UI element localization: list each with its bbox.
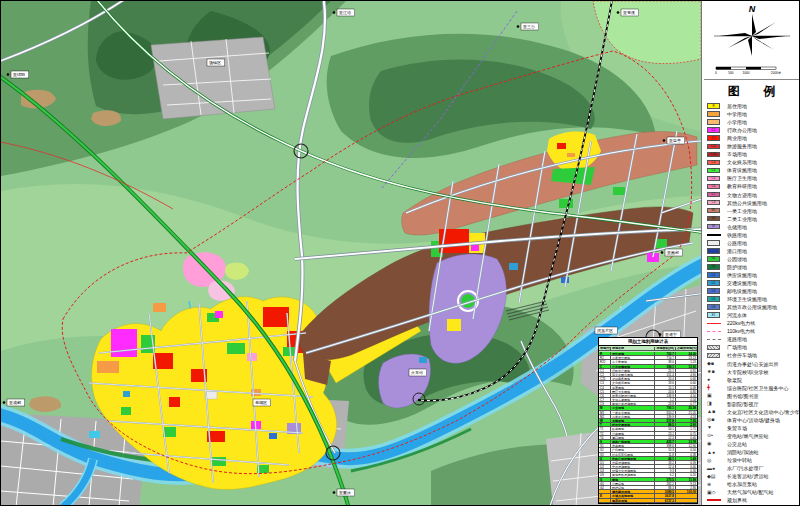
- legend-key-swatch: C3: [707, 160, 724, 166]
- svg-text:至南部: 至南部: [667, 250, 679, 255]
- legend-item: U9其他市政公用设施用地: [707, 303, 800, 311]
- legend-symbol-icon: ★■: [707, 369, 715, 374]
- legend-item: G1公园绿地: [707, 255, 800, 263]
- legend-item: M2二类工业用地: [707, 215, 800, 223]
- legend-item: C6教育科研用地: [707, 182, 800, 190]
- legend-swatch: C2: [707, 135, 720, 141]
- svg-text:至绵阳: 至绵阳: [13, 72, 25, 77]
- legend-item-label: 市场用地: [727, 151, 747, 157]
- legend-item-label: 铁路用地: [727, 232, 747, 238]
- legend-item-label: 文化宫/社区文化活动中心/青少年宫: [727, 409, 800, 415]
- legend-key-symbol: ⊙▪: [707, 433, 724, 438]
- table-header-cell: 用地名称: [611, 347, 655, 351]
- legend-item-label: 交通设施用地: [727, 280, 757, 286]
- legend-item-label: 中学用地: [727, 111, 747, 117]
- legend-key-swatch: C2: [707, 135, 724, 141]
- legend-item: ▼集贸市场: [707, 424, 800, 432]
- table-cell: [676, 499, 697, 503]
- area-label: 场镇区: [207, 59, 225, 66]
- legend-swatch: G1: [707, 256, 720, 262]
- legend-item-label: 商业用地: [727, 135, 747, 141]
- legend-item: ◎垃圾中转站: [707, 456, 800, 464]
- legend-symbol-icon: ◨: [707, 401, 712, 406]
- svg-text:至盐亭: 至盐亭: [669, 138, 681, 143]
- legend-item: 中学用地: [707, 110, 800, 118]
- legend-item: ◉公交总站: [707, 440, 800, 448]
- legend-key-swatch: G1: [707, 256, 724, 262]
- legend-key-swatch: [707, 248, 724, 254]
- planning-map-sheet: 至绵阳至江油至三台至苍溪至盐亭至南部至遂宁至成都至重庆场镇区老城区火车站河东片区…: [0, 0, 800, 506]
- legend-key-symbol: ◆▤: [707, 474, 724, 479]
- legend-symbol-icon: ●: [707, 377, 710, 382]
- legend-key-symbol: ╋: [707, 385, 724, 390]
- legend-item-label: 消防站/加油站: [727, 449, 758, 455]
- legend-swatch: C6: [707, 184, 720, 190]
- legend-item-label: 敬老院: [727, 377, 742, 383]
- legend-item: 小学用地: [707, 118, 800, 126]
- legend-item: ★■大专院校\职业学校: [707, 368, 800, 376]
- legend-line: [707, 331, 721, 332]
- legend-item-label: 其他市政公用设施用地: [727, 304, 777, 310]
- legend-item-label: 集贸市场: [727, 425, 747, 431]
- legend-item: R居住用地: [707, 102, 800, 110]
- legend-swatch: C3: [707, 160, 720, 166]
- area-label: 老城区: [253, 399, 271, 406]
- legend-swatch: M2: [707, 216, 720, 222]
- legend-key-line: [707, 323, 724, 324]
- legend-key-swatch: [707, 240, 724, 246]
- legend-item: ⊕给水加压泵站: [707, 480, 800, 488]
- legend-item: ╋综合医院/社区卫生服务中心: [707, 384, 800, 392]
- legend-item: G2防护绿地: [707, 263, 800, 271]
- legend-item: C9其他公共设施用地: [707, 199, 800, 207]
- legend-key-symbol: ▬●: [707, 466, 724, 471]
- legend-item-label: 公交总站: [727, 441, 747, 447]
- legend-item-label: 天然气加气站/配气站: [727, 489, 773, 495]
- legend-key-symbol: ▲●: [707, 450, 724, 455]
- scale-tick-label: 500: [728, 71, 734, 75]
- svg-text:至苍溪: 至苍溪: [623, 10, 635, 15]
- legend-item-label: 防护绿地: [727, 264, 747, 270]
- legend-item-label: 给水加压泵站: [727, 481, 757, 487]
- legend-symbol-icon: ▲■: [707, 409, 715, 414]
- legend-item: U3邮电设施用地: [707, 287, 800, 295]
- legend-item: ◆▤长途客运站/货运站: [707, 472, 800, 480]
- legend-item-label: 水厂/污水处理厂: [727, 465, 763, 471]
- landuse-statistics-table: 规划土地利用统计表 用地代号用地名称用地面积(ha)占建设用地(%)R居住用地7…: [598, 337, 698, 504]
- legend-swatch: E1: [707, 312, 720, 318]
- scale-tick-label: 0: [715, 71, 717, 75]
- legend-item-label: 其他公共设施用地: [727, 200, 767, 206]
- legend-item: ▣◇天然气加气站/配气站: [707, 488, 800, 496]
- svg-text:火车站: 火车站: [411, 370, 423, 375]
- legend-item-label: 文化娱乐用地: [727, 159, 757, 165]
- compass-box: N: [702, 1, 800, 63]
- legend-key-symbol: ◉: [707, 441, 724, 446]
- legend-item: C26市场用地: [707, 150, 800, 158]
- svg-text:至三台: 至三台: [523, 24, 535, 29]
- table-header-cell: 用地代号: [599, 347, 611, 351]
- legend-item: 广场用地: [707, 343, 800, 351]
- legend-hatch: [707, 345, 720, 351]
- legend-key-symbol: ●: [707, 377, 724, 382]
- area-label: 火车站: [409, 369, 427, 376]
- legend-item-label: 邮电设施用地: [727, 288, 757, 294]
- legend-key-line: [707, 339, 724, 340]
- legend-item-label: 社会停车场地: [727, 352, 757, 358]
- legend-key-swatch: C6: [707, 184, 724, 190]
- scale-bar: 050010002000米: [702, 63, 800, 77]
- map-area: 至绵阳至江油至三台至苍溪至盐亭至南部至遂宁至成都至重庆场镇区老城区火车站河东片区…: [1, 1, 701, 506]
- legend-item-label: 长途客运站/货运站: [727, 473, 768, 479]
- legend-symbol-icon: ▣: [707, 393, 712, 398]
- svg-text:老城区: 老城区: [255, 400, 267, 405]
- legend-key-swatch: R: [707, 103, 724, 109]
- legend-item-label: 二类工业用地: [727, 216, 757, 222]
- legend-item-label: 河流水体: [727, 312, 747, 318]
- legend-key-hatch1: [707, 345, 724, 351]
- legend-item-label: 一类工业用地: [727, 208, 757, 214]
- table-title: 规划土地利用统计表: [599, 338, 697, 346]
- legend-swatch: G2: [707, 264, 720, 270]
- legend-item: 港口用地: [707, 247, 800, 255]
- legend-item-label: 行政办公用地: [727, 127, 757, 133]
- legend-item-label: 影剧院/影视厅: [727, 401, 758, 407]
- legend-item-label: 广场用地: [727, 344, 747, 350]
- legend-key-swatch: C25: [707, 144, 724, 150]
